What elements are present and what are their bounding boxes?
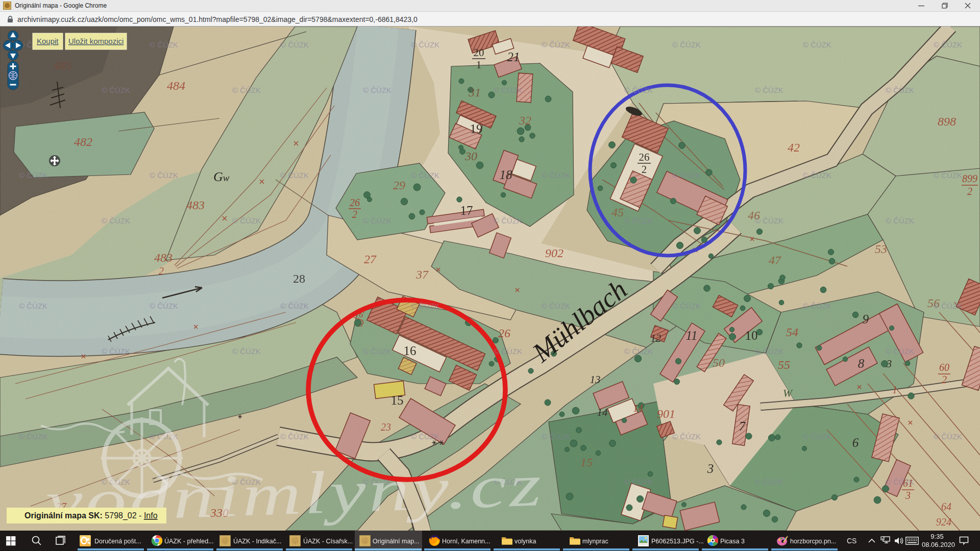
svg-text:Uložit kompozici: Uložit kompozici <box>68 37 124 45</box>
svg-text:Originální mapa SK: 5798_02 -: Originální mapa SK: 5798_02 - Info <box>24 511 158 520</box>
svg-text:Koupit: Koupit <box>37 37 59 45</box>
